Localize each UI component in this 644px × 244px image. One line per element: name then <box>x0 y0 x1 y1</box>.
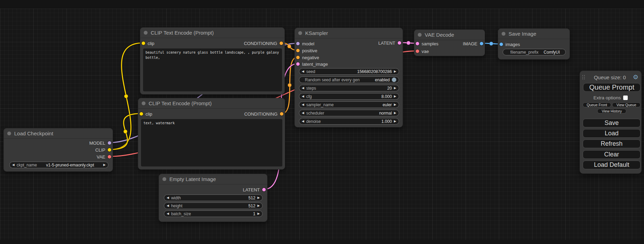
collapse-dot-icon[interactable] <box>142 101 145 105</box>
drag-handle-icon[interactable] <box>582 75 585 80</box>
load-default-button[interactable]: Load Default <box>583 161 641 169</box>
image-pin-icon[interactable] <box>500 43 503 46</box>
collapse-dot-icon[interactable] <box>162 177 166 181</box>
input-slot-samples[interactable]: samples <box>416 40 438 47</box>
queue-prompt-button[interactable]: Queue Prompt <box>583 83 641 92</box>
node-titlebar[interactable]: Empty Latent Image <box>159 174 267 184</box>
output-slot-vae[interactable]: VAE <box>97 153 111 160</box>
input-slot-clip[interactable]: clip <box>140 110 152 117</box>
node-clip-text-encode-positive: CLIP Text Encode (Prompt) clip CONDITION… <box>140 27 285 94</box>
output-slot-image[interactable]: IMAGE <box>463 40 483 47</box>
increment-arrow-icon[interactable]: ▶ <box>394 120 396 123</box>
image-pin-icon[interactable] <box>480 42 483 45</box>
refresh-button[interactable]: Refresh <box>583 139 641 148</box>
input-slot-latent-image[interactable]: latent_image <box>296 61 328 67</box>
output-slot-clip[interactable]: CLIP <box>95 146 111 153</box>
collapse-dot-icon[interactable] <box>502 32 505 36</box>
increment-arrow-icon[interactable]: ▶ <box>394 87 396 90</box>
view-queue-button[interactable]: View Queue <box>612 102 641 107</box>
latent-pin-icon[interactable] <box>296 62 300 66</box>
node-titlebar[interactable]: CLIP Text Encode (Prompt) <box>140 28 284 38</box>
queue-front-button[interactable]: Queue Front <box>583 102 611 107</box>
model-pin-icon[interactable] <box>108 141 111 145</box>
random-seed-widget[interactable]: Random seed after every gen enabled <box>299 76 399 83</box>
model-pin-icon[interactable] <box>296 42 300 45</box>
decrement-arrow-icon[interactable]: ◀ <box>167 196 169 199</box>
input-slot-model[interactable]: model <box>296 40 314 47</box>
vae-pin-icon[interactable] <box>416 49 419 53</box>
collapse-dot-icon[interactable] <box>7 132 11 135</box>
steps-widget[interactable]: ◀ steps 20 ▶ <box>299 85 399 91</box>
decrement-arrow-icon[interactable]: ◀ <box>12 163 15 166</box>
width-widget[interactable]: ◀ width 512 ▶ <box>164 195 263 201</box>
output-slot-latent[interactable]: LATENT <box>243 186 266 193</box>
output-slot-model[interactable]: MODEL <box>89 139 111 146</box>
filename-prefix-widget[interactable]: filename_prefix ComfyUI <box>503 49 566 55</box>
decrement-arrow-icon[interactable]: ◀ <box>167 212 169 215</box>
increment-arrow-icon[interactable]: ▶ <box>394 103 396 106</box>
view-history-button[interactable]: View History <box>597 109 626 114</box>
input-slot-images[interactable]: images <box>500 41 520 48</box>
decrement-arrow-icon[interactable]: ◀ <box>302 111 304 115</box>
gear-icon[interactable]: ⚙ <box>633 74 638 80</box>
conditioning-pin-icon[interactable] <box>280 42 283 45</box>
increment-arrow-icon[interactable]: ▶ <box>257 212 260 215</box>
node-titlebar[interactable]: CLIP Text Encode (Prompt) <box>138 98 285 109</box>
clip-pin-icon[interactable] <box>142 42 145 45</box>
extra-options-checkbox[interactable] <box>623 96 628 100</box>
slot-label: clip <box>145 111 152 117</box>
decrement-arrow-icon[interactable]: ◀ <box>167 204 169 207</box>
load-button[interactable]: Load <box>583 129 641 138</box>
collapse-dot-icon[interactable] <box>144 31 148 35</box>
decrement-arrow-icon[interactable]: ◀ <box>302 120 304 123</box>
decrement-arrow-icon[interactable]: ◀ <box>302 95 304 98</box>
increment-arrow-icon[interactable]: ▶ <box>394 95 396 98</box>
latent-pin-icon[interactable] <box>262 188 266 191</box>
collapse-dot-icon[interactable] <box>298 31 302 35</box>
node-titlebar[interactable]: Save Image <box>498 29 570 39</box>
increment-arrow-icon[interactable]: ▶ <box>394 70 396 73</box>
collapse-dot-icon[interactable] <box>418 33 422 37</box>
prompt-textarea[interactable]: beautiful scenery nature glass bottle la… <box>143 48 282 91</box>
clip-pin-icon[interactable] <box>140 112 143 116</box>
clip-pin-icon[interactable] <box>108 148 111 152</box>
increment-arrow-icon[interactable]: ▶ <box>394 111 396 115</box>
cfg-widget[interactable]: ◀ cfg 8.000 ▶ <box>299 93 399 100</box>
output-slot-conditioning[interactable]: CONDITIONING <box>244 110 283 117</box>
batch-size-widget[interactable]: ◀ batch_size 1 ▶ <box>164 210 263 217</box>
save-button[interactable]: Save <box>583 119 641 127</box>
increment-arrow-icon[interactable]: ▶ <box>103 163 106 166</box>
sampler-name-widget[interactable]: ◀ sampler_name euler ▶ <box>299 101 399 108</box>
latent-pin-icon[interactable] <box>398 41 401 45</box>
enabled-toggle-icon[interactable] <box>392 78 396 82</box>
clear-button[interactable]: Clear <box>583 150 641 159</box>
node-titlebar[interactable]: Load Checkpoint <box>4 128 113 139</box>
increment-arrow-icon[interactable]: ▶ <box>257 204 260 207</box>
denoise-widget[interactable]: ◀ denoise 1.000 ▶ <box>299 118 399 125</box>
seed-widget[interactable]: ◀ seed 156680208700286 ▶ <box>299 68 399 75</box>
decrement-arrow-icon[interactable]: ◀ <box>302 70 304 73</box>
output-slot-latent[interactable]: LATENT <box>378 39 401 46</box>
output-slot-conditioning[interactable]: CONDITIONING <box>244 40 283 47</box>
increment-arrow-icon[interactable]: ▶ <box>257 196 260 199</box>
queue-panel: Queue size: 0 ⚙ Queue Prompt Extra optio… <box>580 71 642 174</box>
conditioning-pin-icon[interactable] <box>296 56 300 59</box>
decrement-arrow-icon[interactable]: ◀ <box>302 103 304 106</box>
prompt-textarea[interactable]: text, watermark <box>141 119 282 166</box>
input-slot-vae[interactable]: vae <box>416 48 429 55</box>
conditioning-pin-icon[interactable] <box>280 112 283 116</box>
conditioning-pin-icon[interactable] <box>296 49 300 52</box>
input-slot-negative[interactable]: negative <box>296 54 319 61</box>
latent-pin-icon[interactable] <box>416 42 419 45</box>
node-title: Save Image <box>509 31 536 37</box>
height-widget[interactable]: ◀ height 512 ▶ <box>164 202 263 209</box>
node-title: Empty Latent Image <box>169 176 216 182</box>
input-slot-positive[interactable]: positive <box>296 47 317 54</box>
vae-pin-icon[interactable] <box>108 155 111 159</box>
decrement-arrow-icon[interactable]: ◀ <box>302 87 304 90</box>
node-titlebar[interactable]: VAE Decode <box>414 30 485 40</box>
ckpt-name-widget[interactable]: ◀ ckpt_name v1-5-pruned-emaonly.ckpt ▶ <box>9 162 108 168</box>
node-titlebar[interactable]: KSampler <box>295 28 403 38</box>
scheduler-widget[interactable]: ◀ scheduler normal ▶ <box>299 110 399 116</box>
input-slot-clip[interactable]: clip <box>142 40 155 47</box>
